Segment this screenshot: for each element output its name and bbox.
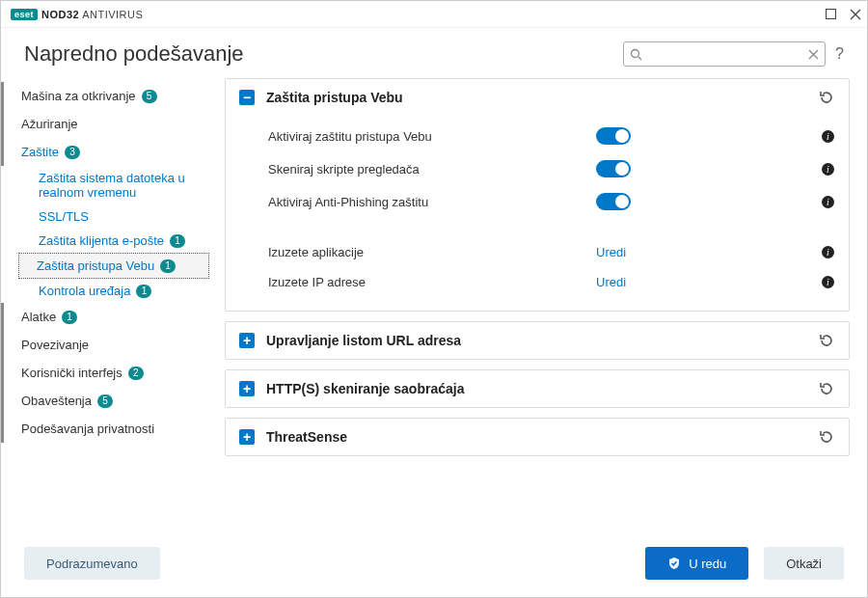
main-content: − Zaštita pristupa Vebu Aktiviraj zaštit…: [215, 72, 867, 535]
sidebar-item-label: Zaštita klijenta e-pošte: [39, 233, 164, 248]
panel-header-threatsense[interactable]: + ThreatSense: [226, 419, 849, 455]
sidebar-item-realtime-file[interactable]: Zaštita sistema datoteka u realnom vreme…: [18, 166, 209, 204]
logo-badge: eset: [11, 9, 38, 20]
page-title: Napredno podešavanje: [24, 41, 244, 67]
panel-threatsense: + ThreatSense: [225, 418, 850, 456]
titlebar: eset NOD32 ANTIVIRUS: [1, 1, 867, 28]
sidebar-item-connectivity[interactable]: Povezivanje: [1, 331, 209, 359]
sidebar-item-privacy[interactable]: Podešavanja privatnosti: [1, 415, 209, 443]
info-icon[interactable]: i: [821, 162, 835, 177]
window-close-icon[interactable]: [850, 9, 861, 20]
sidebar-item-device-control[interactable]: Kontrola uređaja 1: [18, 279, 209, 303]
cancel-button[interactable]: Otkaži: [764, 547, 844, 580]
sidebar-item-notifications[interactable]: Obaveštenja 5: [1, 387, 209, 415]
sidebar-badge: 5: [142, 90, 157, 103]
logo-text: NOD32 ANTIVIRUS: [41, 9, 143, 20]
default-button[interactable]: Podrazumevano: [24, 547, 160, 580]
sidebar-item-email-client[interactable]: Zaštita klijenta e-pošte 1: [18, 229, 209, 253]
svg-text:i: i: [827, 277, 829, 287]
app-logo: eset NOD32 ANTIVIRUS: [11, 9, 143, 20]
sidebar-item-protections[interactable]: Zaštite 3: [1, 138, 209, 166]
sidebar-item-label: Povezivanje: [21, 338, 89, 352]
ok-button[interactable]: U redu: [645, 547, 748, 580]
panel-header-url-list[interactable]: + Upravljanje listom URL adresa: [226, 322, 849, 359]
expand-icon: +: [239, 381, 255, 396]
panel-url-list: + Upravljanje listom URL adresa: [225, 321, 850, 360]
sidebar-item-web-access[interactable]: Zaštita pristupa Vebu 1: [18, 253, 209, 279]
info-icon[interactable]: i: [821, 245, 835, 259]
revert-icon[interactable]: [818, 428, 835, 446]
search-input[interactable]: [648, 47, 802, 61]
panel-web-access: − Zaštita pristupa Vebu Aktiviraj zaštit…: [225, 78, 850, 312]
revert-icon[interactable]: [818, 332, 835, 349]
sidebar-item-label: Zaštita sistema datoteka u realnom vreme…: [39, 171, 202, 200]
sidebar-badge: 2: [128, 367, 144, 380]
toggle-scan-browser-scripts[interactable]: [596, 160, 631, 177]
setting-excluded-ips: Izuzete IP adrese: [268, 275, 596, 289]
setting-enable-antiphishing: Aktiviraj Anti-Phishing zaštitu: [268, 195, 596, 209]
info-icon[interactable]: i: [821, 129, 835, 144]
clear-search-icon[interactable]: [808, 49, 819, 60]
sidebar-item-ssl-tls[interactable]: SSL/TLS: [18, 204, 209, 229]
panel-title: Upravljanje listom URL adresa: [266, 333, 461, 348]
svg-text:i: i: [827, 247, 829, 258]
sidebar-item-ui[interactable]: Korisnički interfejs 2: [1, 359, 209, 387]
sidebar-item-label: Ažuriranje: [21, 117, 78, 131]
panel-title: HTTP(S) skeniranje saobraćaja: [266, 381, 464, 396]
revert-icon[interactable]: [818, 380, 835, 397]
shield-icon: [667, 557, 681, 570]
svg-text:i: i: [827, 164, 829, 175]
sidebar-badge: 1: [62, 311, 77, 324]
sidebar-item-label: Podešavanja privatnosti: [21, 421, 154, 436]
help-icon[interactable]: ?: [835, 45, 844, 63]
sidebar-badge: 1: [136, 285, 151, 298]
svg-text:i: i: [827, 197, 829, 207]
sidebar-item-label: Alatke: [21, 310, 56, 324]
panel-title: ThreatSense: [266, 429, 347, 445]
sidebar-item-label: Zaštite: [21, 145, 59, 159]
info-icon[interactable]: i: [821, 275, 835, 289]
sidebar-item-label: Kontrola uređaja: [39, 284, 130, 298]
setting-enable-web-protection: Aktiviraj zaštitu pristupa Vebu: [268, 129, 596, 144]
sidebar-item-detection-engine[interactable]: Mašina za otkrivanje 5: [1, 82, 209, 110]
info-icon[interactable]: i: [821, 195, 835, 209]
edit-excluded-apps-link[interactable]: Uredi: [596, 245, 626, 259]
sidebar-item-label: Zaštita pristupa Vebu: [37, 258, 154, 273]
toggle-enable-antiphishing[interactable]: [596, 193, 631, 210]
svg-rect-0: [827, 10, 836, 19]
expand-icon: +: [239, 333, 255, 348]
panel-header-http-scanning[interactable]: + HTTP(S) skeniranje saobraćaja: [226, 370, 849, 407]
sidebar-item-label: Obaveštenja: [21, 394, 92, 408]
sidebar: Mašina za otkrivanje 5 Ažuriranje Zaštit…: [1, 72, 215, 535]
sidebar-item-label: Mašina za otkrivanje: [21, 89, 136, 103]
revert-icon[interactable]: [818, 89, 835, 106]
sidebar-item-label: Korisnički interfejs: [21, 366, 122, 380]
sidebar-item-update[interactable]: Ažuriranje: [1, 110, 209, 138]
sidebar-badge: 3: [65, 146, 80, 159]
panel-http-scanning: + HTTP(S) skeniranje saobraćaja: [225, 369, 850, 408]
expand-icon: +: [239, 429, 255, 445]
collapse-icon: −: [239, 90, 255, 105]
setting-scan-browser-scripts: Skeniraj skripte pregledača: [268, 162, 596, 177]
window-maximize-icon[interactable]: [826, 9, 836, 19]
panel-header-web-access[interactable]: − Zaštita pristupa Vebu: [226, 79, 849, 116]
svg-text:i: i: [827, 131, 829, 142]
sidebar-item-label: SSL/TLS: [39, 209, 89, 224]
sidebar-item-tools[interactable]: Alatke 1: [1, 303, 209, 331]
search-icon: [630, 48, 642, 61]
search-box[interactable]: [623, 41, 826, 67]
panel-title: Zaštita pristupa Vebu: [266, 90, 403, 105]
toggle-enable-web-protection[interactable]: [596, 127, 631, 145]
svg-point-1: [632, 49, 639, 57]
edit-excluded-ips-link[interactable]: Uredi: [596, 275, 626, 289]
sidebar-badge: 1: [170, 234, 185, 248]
setting-excluded-apps: Izuzete aplikacije: [268, 245, 596, 259]
sidebar-badge: 1: [160, 259, 176, 273]
sidebar-badge: 5: [97, 394, 113, 408]
